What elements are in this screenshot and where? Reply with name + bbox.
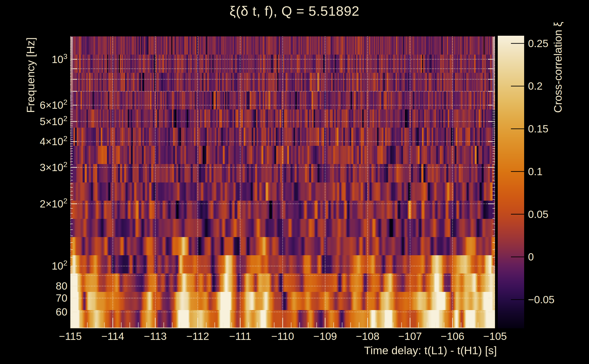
x-tick-label: −107 [398, 331, 422, 341]
y-tick-label: 70 [0, 293, 67, 303]
colorbar-tick-label: 0.1 [528, 166, 543, 177]
x-tick-label: −115 [59, 331, 82, 341]
y-tick-label: 6×102 [0, 100, 67, 110]
chart-title: ξ(δ t, f), Q = 5.51892 [0, 3, 589, 19]
x-tick-label: −105 [483, 331, 507, 341]
colorbar-tick-label: −0.05 [528, 294, 554, 305]
colorbar-tick-label: 0.25 [528, 38, 549, 49]
y-tick-label: 60 [0, 307, 67, 317]
colorbar-canvas [498, 36, 524, 328]
heatmap-canvas [70, 36, 495, 328]
x-tick-label: −114 [101, 331, 124, 341]
y-tick-label: 5×102 [0, 116, 67, 127]
y-tick-label: 103 [0, 54, 67, 65]
y-tick-label: 3×102 [0, 162, 67, 173]
colorbar-tick-label: 0 [528, 252, 534, 262]
colorbar-tick-label: 0.05 [528, 209, 549, 220]
y-tick-label: 2×102 [0, 199, 67, 209]
x-tick-label: −109 [313, 331, 337, 341]
y-tick-label: 102 [0, 261, 67, 271]
x-tick-label: −110 [271, 331, 294, 341]
y-tick-label: 80 [0, 281, 67, 291]
x-tick-label: −111 [229, 331, 251, 341]
colorbar-tick-label: 0.2 [528, 81, 543, 91]
x-axis-title: Time delay: t(L1) - t(H1) [s] [364, 344, 497, 357]
colorbar-title: Cross-correlation ξ [552, 35, 564, 113]
x-tick-label: −106 [441, 331, 465, 341]
x-tick-label: −113 [144, 331, 167, 341]
colorbar-tick-label: 0.15 [528, 124, 549, 134]
y-tick-label: 4×102 [0, 136, 67, 147]
figure: ξ(δ t, f), Q = 5.51892 Frequency [Hz] 10… [0, 0, 589, 364]
x-tick-label: −112 [186, 331, 209, 341]
x-tick-label: −108 [356, 331, 380, 341]
